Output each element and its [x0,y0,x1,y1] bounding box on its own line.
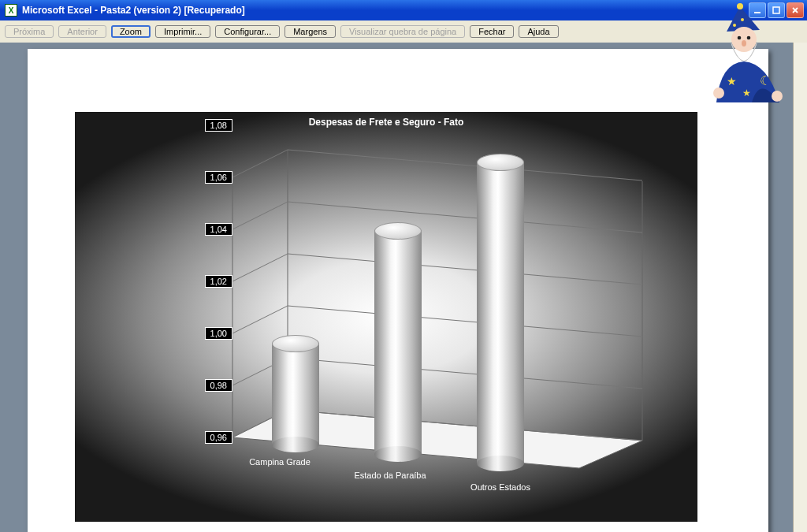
svg-rect-1 [773,7,779,13]
chart-bar-body [374,230,422,454]
print-preview-page[interactable]: Despesas de Frete e Seguro - Fato 0,96 0… [28,49,768,532]
workspace: Despesas de Frete e Seguro - Fato 0,96 0… [0,43,807,532]
excel-app-icon: X [5,4,17,17]
ytick-label: 1,04 [205,223,232,236]
fechar-button[interactable]: Fechar [470,25,514,38]
window-titlebar: X Microsoft Excel - Pasta2 (version 2) [… [0,0,807,20]
close-button[interactable] [787,2,804,18]
chart-title: Despesas de Frete e Seguro - Fato [309,117,464,128]
ajuda-button[interactable]: Ajuda [519,25,558,38]
chart-bar-base [374,446,422,462]
vertical-scrollbar[interactable] [793,43,807,532]
xtick-label: Outros Estados [470,482,530,492]
svg-line-13 [288,306,642,337]
chart-bar [477,154,524,471]
ytick-label: 0,98 [205,379,232,392]
ytick-label: 1,00 [205,327,232,340]
chart-bar-base [477,456,524,471]
chart-bar-body [272,343,319,445]
chart-bar-top [272,335,319,352]
xtick-label: Estado da Paraíba [354,471,426,480]
minimize-button[interactable] [749,2,766,18]
chart-bar-base [272,437,319,452]
svg-line-16 [232,202,288,229]
visualizar-quebra-button: Visualizar quebra de página [340,25,465,38]
svg-rect-0 [754,12,761,13]
svg-line-12 [232,306,288,333]
zoom-button[interactable]: Zoom [111,25,151,38]
window-title: Microsoft Excel - Pasta2 (version 2) [Re… [22,5,749,16]
window-controls [749,2,805,18]
maximize-button[interactable] [768,2,785,18]
svg-line-17 [288,202,642,233]
chart-bar-body [477,162,524,463]
chart-bar [374,222,422,462]
xtick-label: Campina Grade [249,457,311,467]
print-preview-toolbar: Próxima Anterior Zoom Imprimir... Config… [0,20,807,43]
minimize-icon [753,6,761,14]
ytick-label: 1,06 [205,171,232,184]
svg-line-18 [232,150,288,177]
ytick-label: 1,02 [205,275,232,288]
configurar-button[interactable]: Configurar... [215,25,280,38]
chart-bar-top [374,222,422,240]
svg-line-20 [232,112,288,125]
maximize-icon [772,6,780,14]
svg-line-19 [288,150,642,180]
chart-bar-top [477,154,524,171]
chart-panel[interactable]: Despesas de Frete e Seguro - Fato 0,96 0… [75,112,697,522]
chart-bar [272,335,319,452]
svg-line-15 [288,254,642,285]
imprimir-button[interactable]: Imprimir... [155,25,210,38]
anterior-button: Anterior [58,25,106,38]
margens-button[interactable]: Margens [284,25,336,38]
svg-line-14 [232,254,288,281]
ytick-label: 1,08 [205,119,232,132]
svg-line-11 [288,358,642,389]
proxima-button: Próxima [5,25,54,38]
close-icon [791,6,799,14]
ytick-label: 0,96 [205,431,232,444]
excel-app-icon-letter: X [9,6,14,15]
